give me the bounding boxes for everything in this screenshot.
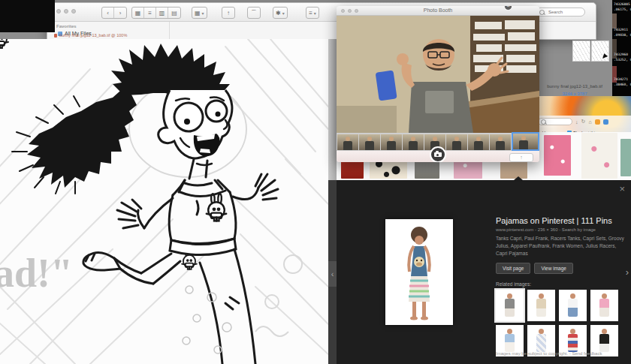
background-window-fragment [0, 0, 55, 32]
share-button[interactable]: ↑ [222, 8, 234, 18]
action-menu: ✱▾ [273, 7, 288, 19]
wallpaper-photo [612, 14, 617, 29]
refresh-icon[interactable]: ↻ [581, 119, 586, 125]
related-image[interactable] [496, 290, 524, 321]
finder-search-field[interactable] [536, 8, 585, 17]
sketch-thumbnail[interactable] [572, 41, 590, 62]
photobooth-toolbar: ↑ [337, 151, 539, 162]
bookmark-icon[interactable] [603, 119, 608, 125]
view-segmented-control: ▦ ≡ ▥ ▤ [131, 7, 181, 19]
product-image[interactable] [544, 135, 571, 176]
related-images-label: Related images: [496, 281, 625, 287]
photo-thumbnail-selected[interactable] [512, 132, 539, 151]
related-images-grid [496, 290, 618, 356]
webcam-scene [337, 16, 539, 133]
result-title[interactable]: Pajamas on Pinterest | 111 Pins [496, 216, 625, 225]
image-preview-panel: × [337, 180, 631, 364]
file-icon [54, 34, 57, 38]
photo-id-row: 7434271.38460, 0 [614, 77, 631, 87]
photo-thumbnail[interactable] [359, 134, 380, 150]
gear-icon: ✱ [276, 10, 281, 17]
close-window-button[interactable] [56, 9, 61, 14]
related-image[interactable] [559, 290, 587, 321]
photo-thumbnail[interactable] [446, 134, 467, 150]
product-image[interactable] [620, 139, 631, 176]
arrange-menu: ▦▾ [192, 7, 207, 19]
speech-caption: ad!" [0, 251, 73, 296]
coverflow-view-button[interactable]: ▤ [168, 8, 180, 18]
drawing-canvas[interactable]: ad!" [0, 39, 328, 364]
photo-thumbnail[interactable] [490, 134, 511, 150]
result-keywords: Tanks Capri, Paul Frank, Racers Tanks, C… [496, 235, 625, 257]
window-edge-strip [328, 39, 337, 180]
file-name-label: bunny final jpg12-13_bab.tif @ 100% [59, 33, 127, 38]
chevron-right-icon: › [626, 266, 629, 278]
pajama-model-image [385, 219, 453, 325]
caret-icon: ▾ [282, 11, 285, 16]
cartoon-sketch: ad!" [0, 39, 328, 364]
traffic-lights [56, 9, 76, 14]
sidebar-favorites-label: Favorites [56, 24, 77, 29]
result-actions: Visit page View image [496, 263, 625, 274]
result-info: Pajamas on Pinterest | 111 Pins www.pint… [496, 216, 625, 356]
menu-icon: ≡ [309, 10, 312, 17]
download-icon[interactable]: ↓ [575, 119, 578, 125]
back-button[interactable]: ‹ [102, 8, 114, 18]
sidebar-divider [169, 22, 170, 39]
search-icon [541, 119, 546, 125]
view-image-button[interactable]: View image [534, 263, 572, 274]
send-feedback-link[interactable]: Send feedback [572, 351, 602, 356]
share-menu: ↑ [222, 7, 235, 19]
photo-thumbnail[interactable] [468, 134, 489, 150]
photo-id-row: 7432960.53252, 0 [614, 52, 631, 62]
nav-buttons: ‹ › [101, 7, 127, 19]
photo-thumbnail[interactable] [337, 134, 358, 150]
take-photo-button[interactable] [430, 146, 446, 162]
close-icon[interactable]: × [619, 183, 625, 194]
tag-menu: ⌒ [247, 7, 261, 19]
photo-thumbnail[interactable] [403, 134, 424, 150]
photo-id-row: 74326885.06175, 0 [614, 2, 631, 12]
desktop: ‹ › ▦ ≡ ▥ ▤ ▦▾ ↑ ⌒ ✱▾ ≡▾ [0, 0, 631, 364]
extra-button[interactable]: ≡▾ [306, 8, 319, 18]
share-icon: ↑ [520, 155, 523, 160]
icon-view-button[interactable]: ▦ [132, 8, 144, 18]
caret-icon: ▾ [202, 11, 204, 16]
forward-button[interactable]: › [114, 8, 126, 18]
tag-button[interactable]: ⌒ [248, 8, 260, 18]
column-view-button[interactable]: ▥ [156, 8, 168, 18]
copyright-note: Images may be subject to copyright. - Se… [496, 351, 602, 356]
panel-pointer [514, 176, 523, 180]
related-image[interactable] [527, 290, 555, 321]
wallpaper-photo-strip: 74326885.06175, 0 7432911.09038, 0 74329… [612, 0, 631, 105]
main-result-image[interactable] [385, 219, 453, 325]
copyright-text: Images may be subject to copyright. - [496, 351, 571, 356]
arrange-button[interactable]: ▦▾ [192, 8, 207, 18]
minimize-window-button[interactable] [64, 9, 68, 14]
action-button[interactable]: ✱▾ [273, 8, 287, 18]
product-image[interactable] [581, 133, 617, 179]
caret-icon: ▾ [314, 11, 316, 16]
apps-icon[interactable] [595, 119, 600, 125]
zoom-window-button[interactable] [71, 9, 76, 14]
browser-search-field[interactable] [538, 118, 572, 125]
chevron-left-icon: ‹ [331, 269, 334, 278]
list-view-button[interactable]: ≡ [144, 8, 156, 18]
webcam-view [337, 16, 539, 133]
photo-thumbnail[interactable] [381, 134, 402, 150]
photo-id-row: 7432911.09038, 0 [614, 27, 631, 38]
extra-menu: ≡▾ [306, 7, 319, 19]
search-icon [539, 10, 545, 15]
next-image-button[interactable]: › [626, 266, 629, 278]
home-icon[interactable]: ⌂ [588, 119, 591, 125]
related-image[interactable] [590, 290, 618, 321]
search-input[interactable] [547, 9, 581, 15]
arrange-icon: ▦ [195, 10, 201, 17]
visit-page-button[interactable]: Visit page [496, 263, 530, 274]
share-photo-button[interactable]: ↑ [509, 153, 533, 162]
photobooth-window: Photo Booth [337, 6, 539, 162]
previous-image-button[interactable]: ‹ [328, 261, 337, 287]
document-title-row[interactable]: bunny final jpg12-13_bab.tif @ 100% [54, 33, 127, 38]
result-meta: www.pinterest.com - 236 × 360 - Search b… [496, 227, 625, 232]
camera-icon [434, 152, 442, 157]
